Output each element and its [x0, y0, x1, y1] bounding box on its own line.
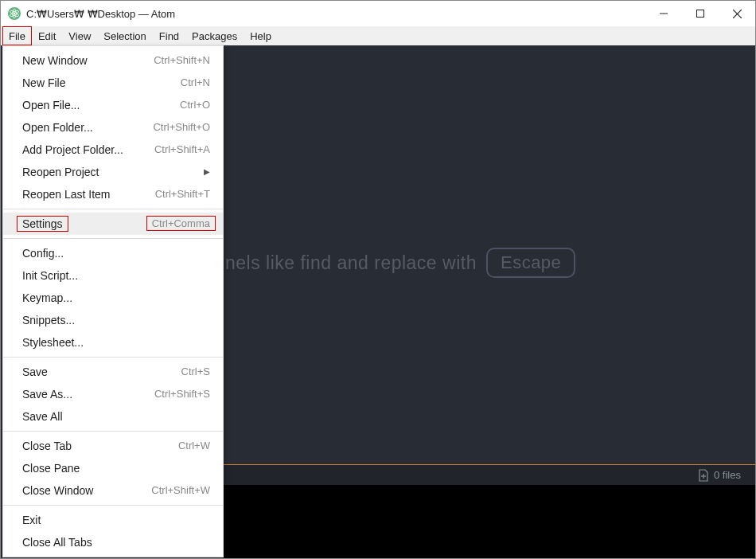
menubar: FileEditViewSelectionFindPackagesHelp [1, 26, 755, 45]
menu-separator [3, 209, 223, 209]
file-menu-dropdown: New WindowCtrl+Shift+NNew FileCtrl+NOpen… [2, 45, 224, 557]
menuitem-reopen-last-item[interactable]: Reopen Last ItemCtrl+Shift+T [3, 183, 223, 205]
menuitem-label: Close Tab [22, 439, 178, 453]
close-button[interactable] [719, 1, 755, 26]
menuitem-reopen-project[interactable]: Reopen Project▶ [3, 161, 223, 183]
menu-separator [3, 238, 223, 239]
menuitem-shortcut: Ctrl+N [181, 76, 210, 90]
menuitem-shortcut: Ctrl+Comma [146, 217, 210, 231]
menu-edit[interactable]: Edit [32, 26, 62, 45]
chevron-right-icon: ▶ [204, 165, 210, 179]
menuitem-shortcut: Ctrl+Shift+T [155, 187, 210, 201]
files-icon [698, 469, 709, 482]
hint-label: nels like find and replace with [225, 252, 477, 274]
menuitem-label: Open Folder... [22, 120, 153, 135]
menuitem-shortcut: Ctrl+Shift+A [154, 143, 210, 157]
menuitem-shortcut: Ctrl+S [181, 365, 210, 379]
menuitem-label: Exit [22, 513, 210, 527]
menuitem-shortcut: Ctrl+Shift+W [151, 483, 210, 498]
menuitem-label: Stylesheet... [22, 335, 210, 350]
menuitem-keymap[interactable]: Keymap... [3, 287, 223, 309]
menuitem-label: Close Pane [22, 461, 210, 475]
menu-view[interactable]: View [62, 26, 97, 45]
panel-area [224, 485, 755, 558]
minimize-button[interactable] [645, 1, 682, 26]
workspace: nels like find and replace with Escape 0… [1, 45, 755, 558]
menuitem-label: Init Script... [22, 268, 210, 283]
menuitem-snippets[interactable]: Snippets... [3, 309, 223, 331]
menuitem-shortcut: Ctrl+Shift+S [154, 387, 210, 401]
menuitem-new-file[interactable]: New FileCtrl+N [3, 72, 223, 94]
menuitem-stylesheet[interactable]: Stylesheet... [3, 331, 223, 354]
menuitem-label: Close All Tabs [22, 535, 210, 549]
menuitem-label: Add Project Folder... [22, 143, 154, 157]
menuitem-settings[interactable]: SettingsCtrl+Comma [3, 213, 223, 235]
titlebar: C:₩Users₩ ₩Desktop — Atom [1, 1, 755, 26]
menuitem-save-as[interactable]: Save As...Ctrl+Shift+S [3, 383, 223, 405]
menu-packages[interactable]: Packages [185, 26, 244, 45]
menuitem-new-window[interactable]: New WindowCtrl+Shift+N [3, 49, 223, 72]
menuitem-shortcut: Ctrl+Shift+O [153, 120, 210, 135]
escape-badge: Escape [486, 248, 575, 278]
menu-separator [3, 431, 223, 432]
menuitem-label: Settings [22, 217, 146, 231]
menuitem-label: New Window [22, 53, 154, 68]
menuitem-open-folder[interactable]: Open Folder...Ctrl+Shift+O [3, 116, 223, 139]
menuitem-save-all[interactable]: Save All [3, 405, 223, 428]
menuitem-label: Open File... [22, 98, 180, 112]
statusbar: 0 files [224, 464, 755, 485]
menuitem-label: Config... [22, 246, 210, 260]
menu-separator [3, 505, 223, 506]
menuitem-label: New File [22, 76, 181, 90]
menuitem-label: Reopen Project [22, 165, 197, 179]
menuitem-label: Close Window [22, 483, 151, 498]
window-title: C:₩Users₩ ₩Desktop — Atom [26, 8, 175, 20]
files-count[interactable]: 0 files [714, 469, 741, 481]
menuitem-label: Reopen Last Item [22, 187, 155, 201]
menuitem-close-tab[interactable]: Close TabCtrl+W [3, 435, 223, 457]
menuitem-add-project-folder[interactable]: Add Project Folder...Ctrl+Shift+A [3, 139, 223, 161]
menu-help[interactable]: Help [244, 26, 278, 45]
menu-file[interactable]: File [2, 26, 32, 45]
atom-app-icon [7, 6, 21, 21]
menuitem-shortcut: Ctrl+O [180, 98, 210, 112]
menuitem-shortcut: Ctrl+W [178, 439, 210, 453]
menuitem-close-all-tabs[interactable]: Close All Tabs [3, 531, 223, 553]
window-controls [645, 1, 755, 26]
menuitem-label: Snippets... [22, 313, 210, 327]
menu-selection[interactable]: Selection [97, 26, 152, 45]
menu-separator [3, 357, 223, 358]
menuitem-close-window[interactable]: Close WindowCtrl+Shift+W [3, 479, 223, 502]
menuitem-close-pane[interactable]: Close Pane [3, 457, 223, 479]
hint-text: nels like find and replace with Escape [225, 248, 575, 278]
menuitem-label: Keymap... [22, 291, 210, 305]
menuitem-open-file[interactable]: Open File...Ctrl+O [3, 94, 223, 116]
menu-find[interactable]: Find [153, 26, 185, 45]
menuitem-init-script[interactable]: Init Script... [3, 264, 223, 287]
menuitem-config[interactable]: Config... [3, 242, 223, 264]
menuitem-exit[interactable]: Exit [3, 509, 223, 531]
svg-point-4 [14, 13, 15, 14]
menuitem-label: Save [22, 365, 181, 379]
menuitem-label: Save As... [22, 387, 154, 401]
menuitem-label: Save All [22, 409, 210, 424]
maximize-button[interactable] [682, 1, 719, 26]
menuitem-shortcut: Ctrl+Shift+N [154, 53, 210, 68]
menuitem-save[interactable]: SaveCtrl+S [3, 361, 223, 383]
svg-rect-6 [697, 10, 704, 18]
